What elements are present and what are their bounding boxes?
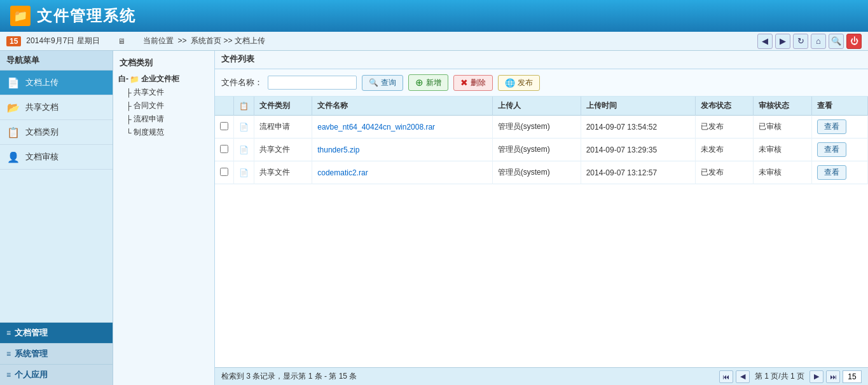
row-uploader: 管理员(system) xyxy=(492,161,581,184)
row-checkbox-cell[interactable] xyxy=(215,161,234,184)
add-icon: ⊕ xyxy=(415,77,424,88)
pagination-first-button[interactable]: ⏮ xyxy=(719,370,733,383)
category-panel: 文档类别 白- 📁 企业文件柜 ├ 共享文件 ├ 合同文件 ├ 流程申请 └ 制… xyxy=(113,51,215,385)
tree-root[interactable]: 白- 📁 企业文件柜 xyxy=(113,72,214,86)
nav-home-button[interactable]: ⌂ xyxy=(811,34,826,49)
tree-branch-icon-1: ├ xyxy=(126,88,132,97)
row-upload-time: 2014-09-07 13:29:35 xyxy=(581,138,695,161)
pagination-label: 第 1 页/共 1 页 xyxy=(755,371,804,382)
nav-power-button[interactable]: ⏻ xyxy=(846,34,862,49)
row-checkbox[interactable] xyxy=(220,145,228,153)
publish-icon: 🌐 xyxy=(505,78,515,88)
page-size-input[interactable] xyxy=(843,370,862,383)
personal-app-icon: ≡ xyxy=(6,370,11,379)
row-view-cell[interactable]: 查看 xyxy=(811,161,868,184)
th-icon-symbol: 📋 xyxy=(239,102,249,111)
delete-button[interactable]: ✖ 删除 xyxy=(453,75,493,91)
view-button[interactable]: 查看 xyxy=(817,142,846,157)
sidebar-header: 导航菜单 xyxy=(0,51,113,71)
shared-doc-icon: 📂 xyxy=(6,100,20,114)
query-button[interactable]: 🔍 查询 xyxy=(362,75,403,91)
doc-review-icon: 👤 xyxy=(6,150,20,164)
row-icon-cell: 📄 xyxy=(234,116,254,138)
pagination-next-button[interactable]: ▶ xyxy=(809,370,823,383)
th-checkbox xyxy=(215,97,234,116)
row-view-cell[interactable]: 查看 xyxy=(811,138,868,161)
view-button[interactable]: 查看 xyxy=(817,119,846,134)
row-checkbox-cell[interactable] xyxy=(215,138,234,161)
sidebar-item-doc-upload[interactable]: 📄 文档上传 xyxy=(0,71,113,95)
row-checkbox[interactable] xyxy=(220,168,228,176)
publish-button[interactable]: 🌐 发布 xyxy=(498,75,540,91)
th-view: 查看 xyxy=(811,97,868,116)
tree-root-expand-icon: 白- xyxy=(118,74,128,84)
search-label: 文件名称： xyxy=(221,77,263,88)
app-title: 文件管理系统 xyxy=(37,6,136,26)
nav-search-button[interactable]: 🔍 xyxy=(829,34,844,49)
row-publish-status: 未发布 xyxy=(695,138,753,161)
row-icon-cell: 📄 xyxy=(234,161,254,184)
sys-management-icon: ≡ xyxy=(6,349,11,358)
row-review-status: 未审核 xyxy=(754,138,811,161)
row-doc-icon: 📄 xyxy=(239,168,249,177)
sidebar-section-personal-app[interactable]: ≡ 个人应用 xyxy=(0,364,113,385)
tree-branch-icon-3: ├ xyxy=(126,115,132,124)
footer: 检索到 3 条记录，显示第 1 条 - 第 15 条 ⏮ ◀ 第 1 页/共 1… xyxy=(215,367,868,385)
query-icon: 🔍 xyxy=(369,78,378,87)
monitor-icon: 🖥 xyxy=(118,37,125,46)
row-icon-cell: 📄 xyxy=(234,138,254,161)
table-header-row: 📋 文件类别 文件名称 上传人 上传时间 发布状态 审核状态 查看 xyxy=(215,97,868,116)
row-uploader: 管理员(system) xyxy=(492,138,581,161)
app-header: 📁 文件管理系统 xyxy=(0,0,868,32)
pagination-last-button[interactable]: ⏭ xyxy=(826,370,840,383)
nav-refresh-button[interactable]: ↻ xyxy=(793,34,808,49)
tree-item-process-apply[interactable]: ├ 流程申请 xyxy=(113,112,214,126)
doc-category-icon: 📋 xyxy=(6,125,20,139)
row-review-status: 未审核 xyxy=(754,161,811,184)
toolbar-nav: ◀ ▶ ↻ ⌂ 🔍 ⏻ xyxy=(757,34,862,49)
row-filename[interactable]: codematic2.rar xyxy=(312,161,492,184)
row-category: 共享文件 xyxy=(254,161,312,184)
row-view-cell[interactable]: 查看 xyxy=(811,116,868,138)
th-publish-status: 发布状态 xyxy=(695,97,753,116)
sidebar-item-shared-doc[interactable]: 📂 共享文档 xyxy=(0,95,113,120)
row-uploader: 管理员(system) xyxy=(492,116,581,138)
sidebar-section-doc-management[interactable]: ≡ 文档管理 xyxy=(0,322,113,343)
sidebar-item-doc-review[interactable]: 👤 文档审核 xyxy=(0,145,113,170)
pagination-prev-button[interactable]: ◀ xyxy=(736,370,750,383)
toolbar: 15 2014年9月7日 星期日 🖥 当前位置 >> 系统首页 >> 文档上传 … xyxy=(0,32,868,51)
th-uploader: 上传人 xyxy=(492,97,581,116)
row-filename[interactable]: eavbe_nt64_40424cn_win2008.rar xyxy=(312,116,492,138)
row-review-status: 已审核 xyxy=(754,116,811,138)
nav-forward-button[interactable]: ▶ xyxy=(775,34,790,49)
tree-item-shared-file[interactable]: ├ 共享文件 xyxy=(113,86,214,99)
add-button[interactable]: ⊕ 新增 xyxy=(408,74,448,91)
view-button[interactable]: 查看 xyxy=(817,165,846,180)
main-area: 导航菜单 📄 文档上传 📂 共享文档 📋 文档类别 👤 文档审核 ≡ 文档管理 … xyxy=(0,51,868,385)
sidebar-item-doc-category[interactable]: 📋 文档类别 xyxy=(0,120,113,145)
row-doc-icon: 📄 xyxy=(239,145,249,154)
table-row: 📄 共享文件 codematic2.rar 管理员(system) 2014-0… xyxy=(215,161,868,184)
footer-summary: 检索到 3 条记录，显示第 1 条 - 第 15 条 xyxy=(221,371,357,382)
tree-item-contract-file[interactable]: ├ 合同文件 xyxy=(113,99,214,112)
row-checkbox-cell[interactable] xyxy=(215,116,234,138)
row-publish-status: 已发布 xyxy=(695,116,753,138)
content-area: 文档类别 白- 📁 企业文件柜 ├ 共享文件 ├ 合同文件 ├ 流程申请 └ 制… xyxy=(113,51,868,385)
toolbar-left: 15 2014年9月7日 星期日 🖥 当前位置 >> 系统首页 >> 文档上传 xyxy=(6,36,265,46)
row-filename[interactable]: thunder5.zip xyxy=(312,138,492,161)
tree-item-system-norm[interactable]: └ 制度规范 xyxy=(113,126,214,139)
search-bar: 文件名称： 🔍 查询 ⊕ 新增 ✖ 删除 🌐 发布 xyxy=(215,69,868,97)
folder-icon: 📁 xyxy=(130,75,139,84)
sidebar-bottom-sections: ≡ 文档管理 ≡ 系统管理 ≡ 个人应用 xyxy=(0,322,113,385)
sidebar-section-sys-management[interactable]: ≡ 系统管理 xyxy=(0,343,113,364)
search-input[interactable] xyxy=(268,76,357,90)
file-table-body: 📄 流程申请 eavbe_nt64_40424cn_win2008.rar 管理… xyxy=(215,116,868,184)
th-icon: 📋 xyxy=(234,97,254,116)
table-container: 📋 文件类别 文件名称 上传人 上传时间 发布状态 审核状态 查看 xyxy=(215,97,868,367)
row-publish-status: 已发布 xyxy=(695,161,753,184)
nav-back-button[interactable]: ◀ xyxy=(757,34,773,49)
row-upload-time: 2014-09-07 13:54:52 xyxy=(581,116,695,138)
date-text: 2014年9月7日 星期日 xyxy=(26,36,99,46)
th-upload-time: 上传时间 xyxy=(581,97,695,116)
row-checkbox[interactable] xyxy=(220,122,228,130)
